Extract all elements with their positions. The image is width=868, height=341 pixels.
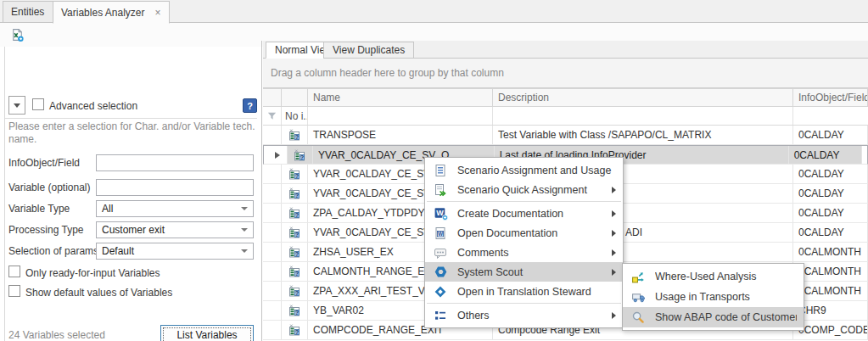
help-icon[interactable]: ? <box>243 98 257 113</box>
filter-description-cell[interactable] <box>493 107 793 125</box>
ready-for-input-label: Only ready-for-input Variables <box>25 267 160 279</box>
row-icon-cell: ? <box>282 262 308 281</box>
submenu-item-show-abap-code-of-customer-exit[interactable]: Show ABAP code of Customer Exit <box>623 307 804 327</box>
scenario-quick-icon <box>432 182 449 198</box>
menu-item-label: System Scout <box>457 266 612 278</box>
infoobject-field-input[interactable] <box>96 154 254 171</box>
menu-item-label: Open in Translation Steward <box>457 286 616 298</box>
svg-text:?: ? <box>295 212 299 218</box>
filter-name-cell[interactable] <box>308 107 493 125</box>
menu-item-system-scout[interactable]: System Scout <box>425 262 623 282</box>
cell-infoobject: 0CALMONTH <box>793 262 868 281</box>
menu-item-scenario-assignment-and-usage[interactable]: Scenario Assignment and Usage <box>425 160 623 180</box>
row-indicator <box>269 146 288 164</box>
variable-icon: ? <box>288 187 301 200</box>
menu-item-create-documentation[interactable]: WCreate Documentation <box>425 204 623 223</box>
abap-code-icon <box>630 310 647 325</box>
variable-icon: ? <box>288 245 301 259</box>
svg-text:W: W <box>438 230 444 236</box>
submenu-arrow-icon <box>612 187 616 193</box>
grid-header-row: Name Description InfoObject/Field <box>263 88 868 107</box>
ready-for-input-checkbox[interactable] <box>8 266 20 277</box>
translation-steward-icon <box>432 284 449 299</box>
submenu-item-where-used-analysis[interactable]: Where-Used Analysis <box>623 266 804 287</box>
row-indicator <box>263 321 282 339</box>
filter-text[interactable]: No i... <box>282 107 308 125</box>
row-icon-cell: ? <box>282 204 308 222</box>
system-scout-icon <box>432 265 449 280</box>
cell-infoobject: 0CALMONTH <box>793 243 868 261</box>
variable-type-value: All <box>102 203 113 215</box>
table-row[interactable]: ?TRANSPOSETest Variable with Class /SAPA… <box>263 126 868 145</box>
row-icon-cell: ? <box>282 243 308 261</box>
create-documentation-icon: W <box>432 206 449 221</box>
filter-icon[interactable] <box>263 107 282 125</box>
filter-infoobject-cell[interactable] <box>793 107 868 125</box>
row-icon-cell: ? <box>282 184 308 203</box>
chevron-down-icon <box>241 207 248 210</box>
variable-optional-label: Variable (optional) <box>8 182 91 193</box>
menu-item-open-in-translation-steward[interactable]: Open in Translation Steward <box>425 282 623 301</box>
menu-item-scenario-quick-assignment[interactable]: Scenario Quick Assignment <box>425 180 623 199</box>
selection-params-select[interactable]: Default <box>96 243 254 260</box>
row-icon-cell: ? <box>282 126 308 144</box>
submenu-arrow-icon <box>612 230 616 237</box>
row-indicator <box>263 184 282 203</box>
system-scout-submenu: Where-Used AnalysisUsage in TransportsSh… <box>622 263 804 331</box>
context-menu: Scenario Assignment and UsageScenario Qu… <box>424 157 624 328</box>
show-default-values-checkbox[interactable] <box>8 285 20 297</box>
menu-item-label: Others <box>457 310 612 321</box>
menu-item-open-documentation[interactable]: WOpen Documentation <box>425 223 623 243</box>
transports-icon <box>630 289 647 305</box>
excel-export-icon[interactable] <box>10 28 25 42</box>
show-default-values-label: Show default values of Variables <box>25 287 172 299</box>
variable-icon: ? <box>288 265 301 278</box>
processing-type-value: Customer exit <box>102 224 165 236</box>
selected-row-arrow-icon <box>275 152 280 159</box>
list-variables-button[interactable]: List Variables <box>160 325 254 341</box>
submenu-item-usage-in-transports[interactable]: Usage in Transports <box>623 287 804 307</box>
menu-item-others[interactable]: Others <box>425 305 623 325</box>
advanced-selection-checkbox[interactable] <box>32 98 44 110</box>
grid-filter-row[interactable]: No i... <box>263 107 868 126</box>
row-indicator <box>263 301 282 320</box>
variable-optional-input[interactable] <box>96 179 254 196</box>
column-header-infoobject[interactable]: InfoObject/Field <box>793 89 868 106</box>
menu-separator <box>427 201 621 202</box>
svg-text:?: ? <box>295 134 299 140</box>
selection-params-value: Default <box>102 245 134 257</box>
submenu-item-label: Show ABAP code of Customer Exit <box>655 311 797 323</box>
tab-variables-analyzer[interactable]: Variables Analyzer × <box>53 1 170 24</box>
variable-type-label: Variable Type <box>8 203 70 215</box>
selection-dropdown-button[interactable] <box>8 96 25 115</box>
svg-text:?: ? <box>295 290 299 296</box>
menu-item-label: Comments <box>457 247 612 259</box>
cell-infoobject: 0CALMONTH <box>793 282 868 300</box>
processing-type-select[interactable]: Customer exit <box>96 221 254 238</box>
submenu-item-label: Usage in Transports <box>655 291 797 303</box>
tab-entities-label: Entities <box>11 6 44 18</box>
tab-view-duplicates-label: View Duplicates <box>333 44 405 56</box>
selection-params-label: Selection of params. <box>8 245 101 257</box>
submenu-arrow-icon <box>612 312 616 319</box>
group-by-hint: Drag a column header here to group by th… <box>271 67 504 79</box>
where-used-icon <box>630 269 647 284</box>
variable-icon: ? <box>288 323 301 337</box>
row-icon-cell: ? <box>288 146 313 164</box>
column-header-name[interactable]: Name <box>308 89 493 106</box>
row-indicator <box>263 262 282 281</box>
column-header-description[interactable]: Description <box>493 89 793 106</box>
variable-type-select[interactable]: All <box>96 200 254 217</box>
cell-infoobject: 0CALDAY <box>789 146 862 164</box>
panel-splitter[interactable] <box>261 41 262 341</box>
chevron-down-icon <box>241 228 248 232</box>
menu-item-label: Scenario Assignment and Usage <box>457 165 616 176</box>
header-icon-col <box>282 89 308 106</box>
close-icon[interactable]: × <box>155 8 161 18</box>
tab-view-duplicates[interactable]: View Duplicates <box>323 42 414 59</box>
group-by-bar[interactable]: Drag a column header here to group by th… <box>263 59 868 88</box>
row-indicator <box>263 204 282 222</box>
svg-text:?: ? <box>300 154 304 159</box>
menu-item-comments[interactable]: Comments <box>425 243 623 262</box>
variable-icon: ? <box>288 226 301 239</box>
